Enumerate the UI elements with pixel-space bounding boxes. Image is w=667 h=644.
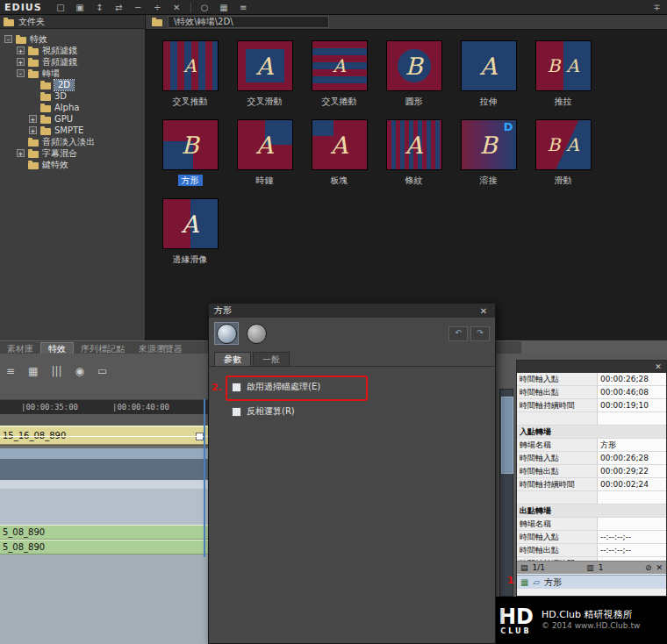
tree-item-effects[interactable]: - 特效: [0, 33, 145, 45]
tab-parameters[interactable]: 參數: [214, 352, 251, 366]
row-label: 時間軸出點: [517, 544, 598, 556]
effect-tile-push[interactable]: B A 推拉: [526, 40, 600, 108]
effect-tile-blocks[interactable]: A 板塊: [302, 119, 377, 187]
expander-icon[interactable]: +: [29, 115, 37, 123]
minimize-icon[interactable]: −: [133, 1, 144, 14]
overscan-checkbox[interactable]: [232, 383, 241, 392]
tree-item-title-mixer[interactable]: + 字幕混合: [0, 147, 145, 159]
timeline-vertical-scrollbar[interactable]: [499, 389, 513, 597]
information-palette: ✕ 時間軸入點00:00:26;28 時間軸出點00:00:46;08 時間軸持…: [516, 360, 667, 597]
expander-icon[interactable]: -: [17, 69, 25, 77]
tree-item-audio-fade[interactable]: 音頻淡入淡出: [0, 136, 145, 147]
applied-effect-row[interactable]: ▦ ▱ 方形: [517, 575, 666, 589]
timeline-ruler[interactable]: |00:00:35:00 |00:00:40:00: [0, 399, 208, 414]
folder-icon: [16, 37, 26, 44]
close-icon[interactable]: ✕: [477, 306, 490, 316]
effect-tile-circle[interactable]: B 圓形: [377, 40, 451, 108]
breadcrumb: \特效\轉場\2D\: [168, 16, 329, 28]
track-lane[interactable]: [0, 489, 208, 526]
effect-tile-border-wipe[interactable]: A 邊緣滑像: [153, 198, 227, 266]
disable-effect-icon[interactable]: ⊘: [645, 563, 652, 572]
tree-item-smpte[interactable]: + SMPTE: [0, 125, 145, 136]
effect-tile-slide[interactable]: B A 滑動: [526, 119, 600, 187]
tab-effects[interactable]: 特效: [40, 342, 74, 354]
row-value: 00:00:26;28: [598, 373, 666, 385]
track-layout-icon[interactable]: ▦: [28, 364, 38, 378]
close-icon[interactable]: ✕: [653, 362, 663, 371]
tree-item-3d[interactable]: 3D: [0, 90, 145, 102]
folder-icon: [152, 19, 162, 26]
audio-clip[interactable]: 5_08_890: [0, 540, 208, 555]
close-window-icon[interactable]: ✕: [171, 1, 183, 14]
effect-name: 條紋: [405, 175, 423, 186]
row-label: 時間軸持續時間: [517, 399, 598, 411]
dialog-titlebar[interactable]: 方形 ✕: [209, 304, 495, 318]
table-row: 時間軸入點--:--:--;--: [517, 531, 666, 544]
undo-icon[interactable]: ↶: [448, 326, 468, 341]
titlebar-right-icon[interactable]: ∓: [651, 1, 663, 14]
playhead[interactable]: [204, 399, 205, 557]
expander-icon[interactable]: -: [4, 35, 12, 43]
monitor-icon[interactable]: ▭: [97, 364, 107, 378]
folder-icon: [40, 94, 51, 101]
effect-tile-cross-push[interactable]: A 交叉推動: [153, 40, 227, 108]
tree-item-audio-filters[interactable]: + 音頻濾鏡: [0, 56, 145, 68]
effect-name: 邊緣滑像: [173, 254, 208, 265]
layout-grid-icon[interactable]: ▦: [219, 1, 230, 14]
new-project-icon[interactable]: □: [55, 1, 67, 14]
preview-b-slot[interactable]: [244, 322, 269, 345]
effect-name: 時鐘: [256, 175, 274, 186]
transition-settings-dialog: 方形 ✕ ↶ ↷ 參數 一般 2. 啟用過掃瞄處理(E): [208, 303, 496, 644]
timeline-menu-icon[interactable]: ≡: [6, 364, 15, 378]
menu-icon[interactable]: ≡: [238, 1, 249, 14]
tree-item-keyers[interactable]: 鍵特效: [0, 159, 145, 170]
effect-tile-stretch[interactable]: A 拉伸: [451, 40, 526, 108]
expander-icon[interactable]: +: [29, 126, 37, 134]
effect-tile-clock[interactable]: A 時鐘: [227, 119, 302, 187]
tree-item-transitions[interactable]: - 轉場: [0, 68, 145, 79]
expander-icon[interactable]: +: [17, 47, 25, 54]
sync-icon[interactable]: ○: [199, 1, 211, 14]
preview-a-slot[interactable]: [214, 322, 239, 345]
expander-icon[interactable]: +: [17, 58, 25, 66]
invert-checkbox-row: 反相運算(R): [232, 404, 495, 419]
keyframe-handle[interactable]: [196, 433, 204, 440]
mixer-icon[interactable]: |||: [51, 364, 61, 378]
redo-icon[interactable]: ↷: [470, 326, 490, 341]
capture-icon[interactable]: ↕: [94, 1, 105, 14]
tree-item-video-filters[interactable]: + 視頻濾鏡: [0, 45, 145, 56]
delete-effect-icon[interactable]: ✕: [656, 563, 663, 572]
export-icon[interactable]: ⇄: [113, 1, 125, 14]
tree-item-gpu[interactable]: + GPU: [0, 113, 145, 125]
table-row: 時間軸出點00:00:46;08: [517, 386, 666, 399]
video-clip[interactable]: 15_16_08_890: [0, 426, 208, 445]
effect-tile-cross-roll[interactable]: A 交叉捲動: [302, 40, 377, 108]
tab-general[interactable]: 一般: [253, 352, 290, 366]
audio-clip[interactable]: 5_08_890: [0, 525, 208, 540]
row-label: 時間軸出點: [517, 386, 598, 398]
invert-checkbox[interactable]: [232, 407, 241, 417]
open-project-icon[interactable]: ▣: [75, 1, 86, 14]
expander-icon[interactable]: +: [17, 149, 25, 157]
effect-tile-cross-slide[interactable]: A 交叉滑動: [227, 40, 302, 108]
effect-tile-stripes[interactable]: A 條紋: [377, 119, 451, 187]
tree-item-2d[interactable]: 2D: [0, 79, 145, 90]
split-view-icon[interactable]: ÷: [152, 1, 163, 14]
table-row: 時間軸入點00:00:26;28: [517, 373, 666, 386]
thumb-letter: B: [182, 133, 199, 157]
track-count: 1: [599, 563, 604, 572]
row-value: 00:00:02;24: [598, 478, 666, 490]
tree-item-alpha[interactable]: Alpha: [0, 102, 145, 113]
dialog-tabs: 參數 一般: [209, 352, 495, 367]
effect-tile-square[interactable]: B 方形: [153, 119, 227, 187]
logo-text-hd: HD: [498, 606, 534, 627]
track-icon: ▥: [586, 563, 594, 572]
effect-tile-dissolve[interactable]: D B 溶接: [451, 119, 526, 187]
effect-name: 推拉: [555, 96, 572, 107]
ruler-timecode: |00:00:35:00: [21, 400, 78, 414]
branding-footer: HD CLUB HD.Club 精研視務所 © 2014 www.HD.Club…: [488, 597, 667, 644]
track-lane[interactable]: [0, 555, 208, 644]
track-lane[interactable]: [0, 459, 208, 481]
record-icon[interactable]: ◉: [75, 364, 84, 378]
scrollbar-thumb[interactable]: [501, 397, 513, 474]
